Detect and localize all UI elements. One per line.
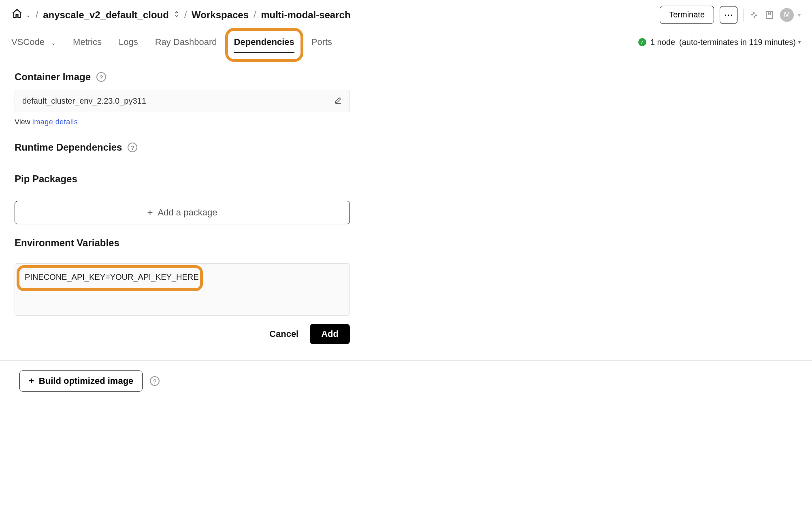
- content: Container Image ? default_cluster_env_2.…: [0, 55, 364, 360]
- tab-label: Dependencies: [234, 37, 294, 47]
- breadcrumb-sep: /: [36, 10, 38, 20]
- tabs: VSCode ⌄ Metrics Logs Ray Dashboard Depe…: [11, 37, 332, 55]
- home-icon[interactable]: [11, 8, 23, 21]
- tab-label: Logs: [119, 37, 138, 47]
- section-title-text: Container Image: [15, 71, 91, 83]
- build-optimized-image-button[interactable]: + Build optimized image: [19, 370, 143, 392]
- avatar-initial: M: [784, 11, 790, 19]
- avatar-chevron-icon[interactable]: ▾: [798, 12, 801, 18]
- node-count: 1 node: [650, 38, 675, 47]
- more-menu-button[interactable]: ⋯: [720, 6, 737, 24]
- view-image-details: View image details: [15, 118, 350, 126]
- help-icon[interactable]: ?: [128, 143, 137, 152]
- section-title-text: Pip Packages: [15, 173, 77, 185]
- avatar[interactable]: M: [780, 8, 794, 22]
- svg-rect-4: [766, 11, 773, 19]
- tab-label: VSCode: [11, 37, 45, 47]
- breadcrumb-workspaces[interactable]: Workspaces: [192, 9, 249, 21]
- home-chevron-icon[interactable]: ⌄: [26, 12, 31, 18]
- tab-label: Ray Dashboard: [155, 37, 217, 47]
- top-bar: ⌄ / anyscale_v2_default_cloud / Workspac…: [0, 0, 812, 27]
- terminate-button[interactable]: Terminate: [660, 6, 714, 24]
- chevron-down-icon: ▾: [798, 39, 801, 45]
- svg-rect-3: [754, 16, 755, 18]
- tab-ray-dashboard[interactable]: Ray Dashboard: [155, 37, 217, 55]
- view-label: View: [15, 118, 30, 126]
- add-button[interactable]: Add: [310, 324, 350, 344]
- help-icon[interactable]: ?: [96, 72, 106, 82]
- svg-rect-2: [753, 12, 754, 14]
- image-details-link[interactable]: image details: [32, 118, 78, 126]
- chevron-down-icon: ⌄: [51, 40, 56, 46]
- slack-icon[interactable]: [749, 10, 759, 20]
- svg-rect-0: [751, 14, 753, 15]
- breadcrumb-cloud[interactable]: anyscale_v2_default_cloud: [43, 9, 169, 21]
- tab-label: Metrics: [73, 37, 102, 47]
- tab-ports[interactable]: Ports: [311, 37, 332, 55]
- build-label: Build optimized image: [39, 376, 133, 386]
- svg-rect-1: [755, 15, 757, 16]
- divider: [743, 9, 744, 21]
- updown-icon[interactable]: [174, 11, 179, 19]
- env-action-row: Cancel Add: [15, 324, 350, 344]
- env-vars-textarea[interactable]: PINECONE_API_KEY=YOUR_API_KEY_HERE: [15, 263, 350, 316]
- tabs-row: VSCode ⌄ Metrics Logs Ray Dashboard Depe…: [0, 27, 812, 55]
- plus-icon: +: [29, 376, 34, 386]
- add-package-label: Add a package: [158, 207, 217, 218]
- auto-terminate-text: (auto-terminates in 119 minutes): [679, 38, 796, 47]
- breadcrumb-sep: /: [254, 10, 256, 20]
- plus-icon: +: [147, 207, 153, 218]
- container-image-field: default_cluster_env_2.23.0_py311: [15, 90, 350, 112]
- footer: + Build optimized image ?: [0, 360, 812, 401]
- header-right: Terminate ⋯ M ▾: [660, 6, 801, 24]
- tab-metrics[interactable]: Metrics: [73, 37, 102, 55]
- add-package-button[interactable]: + Add a package: [15, 201, 350, 224]
- bookmark-icon[interactable]: [765, 10, 774, 20]
- section-title-text: Environment Variables: [15, 237, 119, 249]
- section-title-text: Runtime Dependencies: [15, 142, 122, 153]
- tab-vscode[interactable]: VSCode ⌄: [11, 37, 56, 55]
- container-image-value: default_cluster_env_2.23.0_py311: [22, 96, 146, 106]
- section-runtime-deps: Runtime Dependencies ?: [15, 142, 350, 153]
- status-ok-icon: ✓: [638, 38, 646, 46]
- breadcrumb: ⌄ / anyscale_v2_default_cloud / Workspac…: [11, 8, 351, 21]
- tab-dependencies[interactable]: Dependencies: [234, 37, 294, 55]
- breadcrumb-current: multi-modal-search: [261, 9, 350, 21]
- help-icon[interactable]: ?: [150, 376, 160, 386]
- section-pip-packages: Pip Packages: [15, 173, 350, 185]
- node-status[interactable]: ✓ 1 node (auto-terminates in 119 minutes…: [638, 38, 801, 54]
- tab-logs[interactable]: Logs: [119, 37, 138, 55]
- section-env-vars: Environment Variables: [15, 237, 350, 249]
- cancel-button[interactable]: Cancel: [269, 329, 298, 339]
- tab-label: Ports: [311, 37, 332, 47]
- env-var-value: PINECONE_API_KEY=YOUR_API_KEY_HERE: [22, 273, 342, 282]
- section-container-image: Container Image ?: [15, 71, 350, 83]
- edit-icon[interactable]: [334, 96, 342, 106]
- breadcrumb-sep: /: [184, 10, 187, 20]
